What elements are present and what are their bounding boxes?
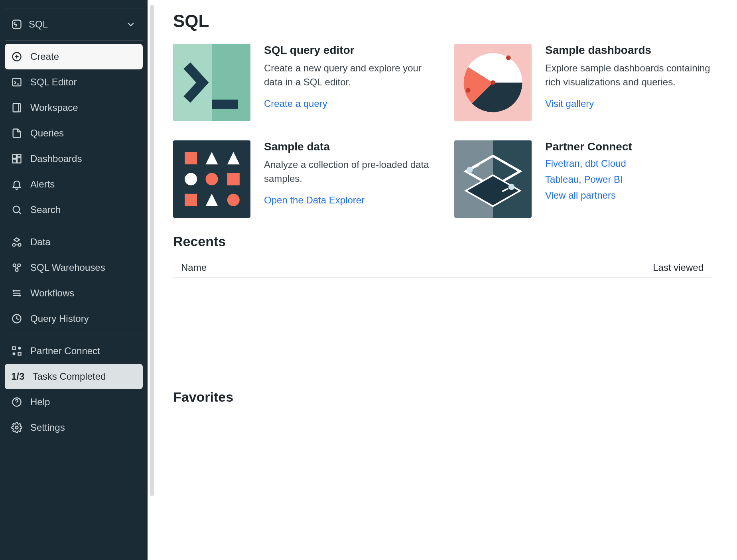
sidebar-item-alerts[interactable]: Alerts [5, 172, 143, 197]
sidebar-item-partner-connect[interactable]: Partner Connect [5, 338, 143, 364]
product-switcher[interactable]: SQL [5, 12, 143, 37]
tasks-count: 1/3 [11, 371, 24, 382]
sidebar-item-workspace[interactable]: Workspace [5, 95, 143, 120]
chevron-down-icon [125, 19, 136, 30]
sidebar-item-queries[interactable]: Queries [5, 120, 143, 146]
sidebar-item-data[interactable]: Data [5, 229, 143, 255]
svg-point-31 [18, 347, 21, 350]
sidebar-item-help[interactable]: Help [5, 389, 143, 415]
svg-point-18 [18, 244, 21, 246]
tasks-completed-badge[interactable]: 1/3 Tasks Completed [5, 364, 143, 389]
svg-rect-38 [212, 100, 238, 109]
svg-point-17 [13, 244, 16, 246]
svg-point-49 [205, 173, 218, 185]
sidebar-item-label: Partner Connect [30, 345, 100, 357]
visit-gallery-link[interactable]: Visit gallery [545, 98, 594, 109]
workflow-icon [11, 288, 22, 299]
sidebar-item-dashboards[interactable]: Dashboards [5, 146, 143, 172]
plus-circle-icon [11, 51, 22, 62]
sidebar-item-query-history[interactable]: Query History [5, 306, 143, 331]
sidebar-item-label: Create [30, 51, 59, 62]
sidebar-item-label: Search [30, 204, 61, 215]
card-title: Partner Connect [545, 140, 711, 153]
card-sql-query-editor: SQL query editor Create a new query and … [173, 44, 430, 121]
sidebar-item-label: SQL Warehouses [30, 262, 105, 273]
svg-point-42 [491, 80, 495, 85]
favorites-heading: Favorites [173, 389, 711, 405]
svg-point-43 [466, 88, 471, 93]
dashboard-icon [11, 153, 22, 164]
sidebar-item-label: Query History [30, 313, 89, 324]
sidebar-item-sql-editor[interactable]: SQL Editor [5, 69, 143, 95]
svg-point-35 [16, 426, 18, 429]
svg-point-32 [13, 353, 16, 355]
gear-icon [11, 422, 22, 433]
sidebar-item-label: Settings [30, 422, 65, 433]
svg-rect-45 [185, 152, 197, 164]
warehouse-icon [11, 262, 22, 273]
svg-point-22 [16, 268, 18, 271]
svg-rect-12 [17, 158, 21, 163]
svg-point-58 [467, 167, 473, 173]
partner-link-power-bi[interactable]: Power BI [584, 174, 623, 185]
landing-cards: SQL query editor Create a new query and … [173, 44, 711, 218]
partner-link-dbt-cloud[interactable]: dbt Cloud [585, 158, 626, 169]
bell-icon [11, 179, 22, 190]
clock-icon [11, 313, 22, 324]
sample-data-illustration-icon [173, 140, 250, 218]
partner-link-tableau[interactable]: Tableau [545, 174, 579, 185]
main-content: SQL SQL query editor Create a new query … [164, 0, 721, 560]
partner-link-fivetran[interactable]: Fivetran [545, 158, 580, 169]
file-icon [11, 128, 22, 139]
create-query-link[interactable]: Create a query [264, 98, 327, 109]
page-title: SQL [173, 11, 711, 31]
card-title: SQL query editor [264, 44, 430, 57]
recents-table-header: Name Last viewed [173, 258, 711, 278]
view-all-partners-link[interactable]: View all partners [545, 190, 616, 201]
recents-empty [173, 278, 711, 381]
svg-point-14 [13, 206, 20, 213]
card-sample-dashboards: Sample dashboards Explore sample dashboa… [454, 44, 711, 121]
open-data-explorer-link[interactable]: Open the Data Explorer [264, 195, 365, 205]
svg-rect-11 [17, 155, 21, 157]
sidebar-item-sql-warehouses[interactable]: SQL Warehouses [5, 255, 143, 280]
svg-point-48 [185, 173, 197, 185]
svg-line-24 [17, 266, 18, 269]
tasks-label: Tasks Completed [32, 371, 106, 382]
svg-point-59 [508, 184, 515, 190]
svg-point-53 [227, 194, 240, 206]
svg-rect-51 [185, 194, 197, 206]
data-icon [11, 237, 22, 248]
sidebar-item-label: Alerts [30, 179, 55, 190]
partner-connect-icon [11, 345, 22, 357]
svg-rect-4 [13, 79, 21, 86]
search-icon [11, 204, 22, 215]
svg-rect-13 [13, 159, 16, 163]
card-description: Explore sample dashboards containing ric… [545, 61, 711, 89]
svg-line-15 [19, 212, 21, 214]
partner-connect-illustration-icon [454, 140, 532, 218]
svg-marker-16 [14, 238, 20, 242]
card-title: Sample data [264, 140, 430, 153]
sql-editor-illustration-icon [173, 44, 250, 121]
sidebar-item-settings[interactable]: Settings [5, 415, 143, 440]
sample-dashboards-illustration-icon [454, 44, 532, 121]
svg-point-41 [506, 55, 511, 60]
sql-logo-icon [11, 19, 22, 30]
create-button[interactable]: Create [5, 44, 143, 69]
sidebar-item-label: Data [30, 237, 51, 248]
sidebar-item-search[interactable]: Search [5, 197, 143, 223]
card-sample-data: Sample data Analyze a collection of pre-… [173, 140, 430, 218]
svg-rect-50 [227, 173, 240, 185]
sidebar: SQL Create SQL Editor Workspace Queries … [0, 0, 148, 560]
sidebar-item-label: Workspace [30, 102, 78, 113]
recents-col-last-viewed: Last viewed [653, 262, 704, 273]
recents-col-name: Name [181, 262, 207, 273]
card-title: Sample dashboards [545, 44, 711, 57]
sidebar-item-workflows[interactable]: Workflows [5, 280, 143, 306]
card-description: Create a new query and explore your data… [264, 61, 430, 89]
sidebar-item-label: SQL Editor [30, 77, 77, 88]
scrollbar[interactable] [150, 5, 154, 496]
sidebar-item-label: Dashboards [30, 153, 82, 164]
terminal-icon [11, 77, 22, 88]
